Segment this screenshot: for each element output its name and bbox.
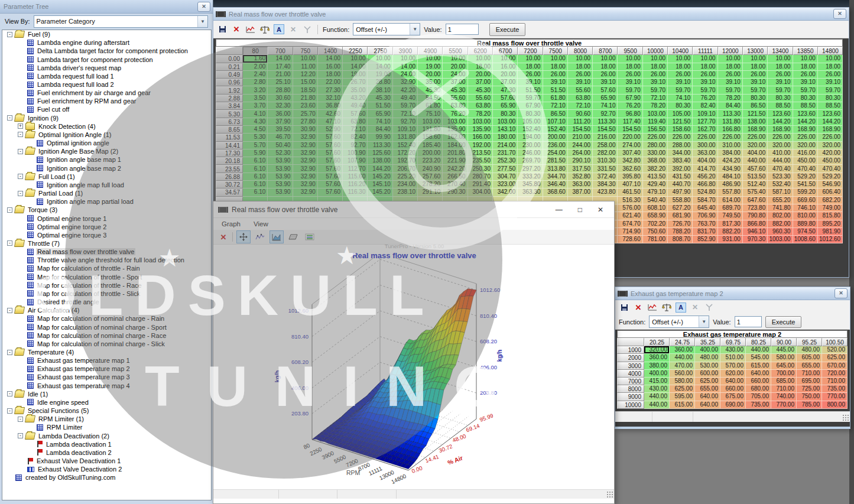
tree-item[interactable]: Exhaust Valve Deactivation 2 (2, 465, 211, 473)
map-cell[interactable]: 681.90 (668, 212, 693, 220)
map-cell[interactable]: 640.00 (695, 393, 720, 401)
map-cell[interactable]: 625.00 (695, 378, 720, 385)
expand-box[interactable]: - (7, 350, 12, 355)
map-cell[interactable]: 395.80 (618, 173, 642, 181)
map-cell[interactable]: 363.00 (568, 181, 593, 188)
map-cell[interactable]: 121.50 (668, 118, 693, 126)
map-cell[interactable]: 57.60 (318, 165, 343, 173)
map-cell[interactable]: 59.70 (693, 86, 717, 94)
map-cell[interactable]: 59.70 (793, 86, 818, 94)
map-cell[interactable]: 59.70 (718, 86, 743, 94)
map-cell[interactable]: 429.40 (643, 181, 668, 188)
tree-item[interactable]: -Optimal Ignition Angle (1) (2, 131, 211, 139)
map-cell[interactable]: 735.00 (746, 401, 771, 409)
map-cell[interactable]: 57.60 (318, 173, 343, 181)
map-cell[interactable]: 658.90 (643, 212, 668, 220)
map-cell[interactable]: 49.40 (393, 95, 418, 102)
delete-button[interactable]: ✕ (633, 303, 644, 312)
map-cell[interactable]: 310.30 (593, 157, 618, 165)
map-cell[interactable]: 26.70 (343, 79, 368, 86)
map-cell[interactable]: 226.00 (668, 134, 693, 141)
parameter-tree-list[interactable]: -Fuel (9)Lambda engine during afterstart… (2, 30, 212, 500)
map-cell[interactable]: 470.00 (670, 362, 695, 370)
save-button[interactable] (619, 303, 629, 312)
tree-item[interactable]: -Temperature (4) (2, 348, 211, 356)
map-cell[interactable]: 24.00 (443, 71, 467, 79)
expand-box[interactable]: - (7, 32, 12, 37)
resize-grip[interactable] (842, 414, 849, 421)
map-cell[interactable]: 557.80 (718, 188, 743, 196)
tree-item[interactable]: created by OldSkullTuning.com (2, 473, 211, 482)
map-cell[interactable]: 264.00 (568, 149, 593, 157)
map-cell[interactable]: 223.20 (418, 157, 443, 165)
map-cell[interactable]: 430.00 (720, 346, 746, 354)
tree-item[interactable]: RPM Limiter (2, 423, 211, 431)
map-cell[interactable]: 131.80 (393, 134, 418, 141)
map-cell[interactable]: 675.00 (720, 393, 746, 401)
map-cell[interactable]: 20.00 (418, 71, 443, 79)
map-cell[interactable]: 123.60 (768, 110, 793, 118)
map-cell[interactable]: 138.00 (368, 157, 392, 165)
map-cell[interactable]: 280.00 (643, 142, 668, 149)
map-cell[interactable]: 45.30 (468, 86, 493, 94)
map-cell[interactable]: 981.90 (818, 228, 843, 236)
map-cell[interactable]: 258.00 (593, 142, 618, 149)
map-cell[interactable]: 382.20 (643, 165, 668, 173)
tree-item[interactable]: -Torque (3) (2, 206, 211, 214)
map-cell[interactable]: 320.00 (644, 346, 670, 354)
column-header[interactable]: 13000 (743, 47, 768, 55)
map-cell[interactable]: 57.60 (318, 181, 343, 188)
map-cell[interactable]: 282.00 (593, 149, 618, 157)
value-input[interactable] (735, 316, 762, 327)
row-header[interactable]: 26.88 (216, 173, 243, 181)
map-cell[interactable]: 444.00 (768, 157, 793, 165)
map-cell[interactable]: 59.70 (643, 86, 668, 94)
map-cell[interactable]: 52.90 (318, 126, 343, 134)
map-cell[interactable]: 47.30 (493, 86, 518, 94)
row-header[interactable]: 3000 (617, 362, 644, 370)
map-cell[interactable]: 4.10 (243, 110, 268, 118)
map-cell[interactable]: 10.00 (618, 55, 642, 63)
map-cell[interactable]: 18.00 (693, 63, 717, 71)
row-header[interactable]: 8.65 (216, 126, 243, 134)
close-icon[interactable]: ✕ (833, 9, 846, 19)
map-cell[interactable]: 23.60 (293, 102, 318, 110)
map-cell[interactable]: 546.90 (818, 181, 843, 188)
column-header[interactable]: 11111 (693, 47, 717, 55)
map-cell[interactable]: 362.60 (618, 165, 642, 173)
map-cell[interactable]: 810.00 (793, 212, 818, 220)
map-cell[interactable]: 280.70 (468, 173, 493, 181)
column-header[interactable]: 13400 (768, 47, 793, 55)
map-cell[interactable]: 39.10 (643, 79, 668, 86)
map-cell[interactable]: 3.70 (243, 102, 268, 110)
tree-item[interactable]: Idle engine speed (2, 398, 211, 407)
map-cell[interactable]: 63.80 (343, 118, 368, 126)
map-cell[interactable]: 790.80 (743, 212, 768, 220)
map-cell[interactable]: 235.50 (468, 157, 493, 165)
map-cell[interactable]: 530.00 (695, 362, 720, 370)
map-cell[interactable]: 32.90 (293, 157, 318, 165)
column-header[interactable]: 80 (243, 47, 268, 55)
column-header[interactable]: 6200 (468, 47, 493, 55)
map-cell[interactable]: 627.20 (668, 204, 693, 212)
map-cell[interactable]: 226.00 (818, 134, 843, 141)
map-cell[interactable]: 746.10 (793, 204, 818, 212)
map-cell[interactable]: 682.20 (818, 197, 843, 204)
row-header[interactable]: 7000 (617, 378, 644, 385)
map-cell[interactable]: 103.00 (643, 110, 668, 118)
map-cell[interactable]: 80.30 (668, 102, 693, 110)
tree-item[interactable]: Exhaust gas temperature map 4 (2, 382, 211, 390)
map-cell[interactable]: 10.00 (743, 55, 768, 63)
tree-item[interactable]: Lambda deactivation 2 (2, 448, 211, 457)
map-cell[interactable]: 18.00 (318, 71, 343, 79)
map-cell[interactable]: 407.10 (618, 181, 642, 188)
map-cell[interactable]: 440.00 (670, 354, 695, 362)
surface-chart-button[interactable] (269, 230, 284, 243)
map-cell[interactable]: 88.50 (818, 102, 843, 110)
map-cell[interactable]: 606.40 (818, 188, 843, 196)
map-cell[interactable]: 640.00 (720, 378, 746, 385)
map-cell[interactable]: 162.70 (693, 126, 717, 134)
tree-item[interactable]: Lambda target for component protection (2, 55, 211, 63)
map-cell[interactable]: 51.50 (368, 102, 392, 110)
map-cell[interactable]: 28.80 (368, 79, 392, 86)
